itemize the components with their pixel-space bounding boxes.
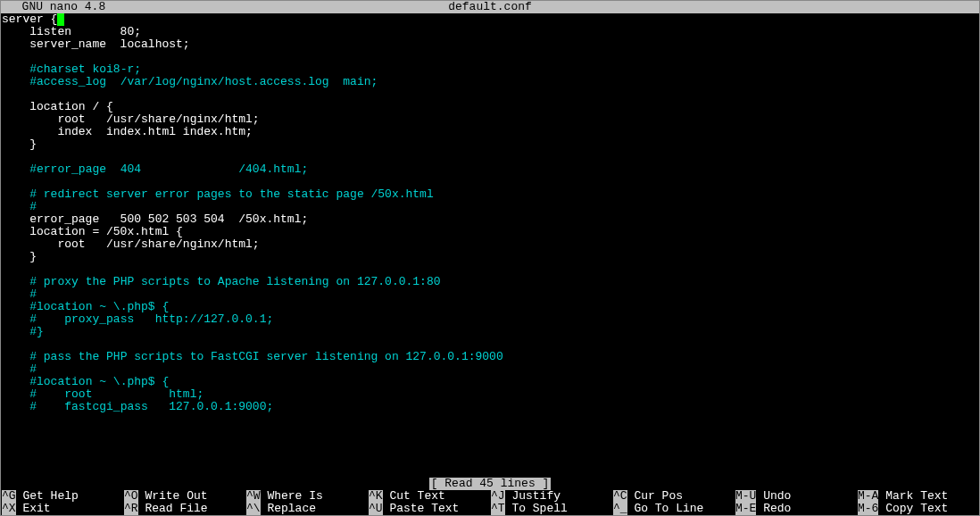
shortcut-key: M-6 bbox=[858, 503, 878, 515]
status-bar: [ Read 45 lines ] bbox=[1, 478, 979, 490]
shortcut-label: Cur Pos bbox=[627, 490, 683, 503]
shortcut-label: Mark Text bbox=[878, 490, 948, 503]
app-name: GNU nano 4.8 bbox=[8, 1, 105, 13]
shortcut-label: Where Is bbox=[261, 490, 323, 503]
shortcut-label: Replace bbox=[261, 503, 316, 515]
shortcut-bar: ^G Get Help^O Write Out^W Where Is^K Cut… bbox=[1, 490, 979, 515]
shortcut-label: Redo bbox=[756, 503, 791, 515]
shortcut-label: Go To Line bbox=[627, 503, 704, 515]
shortcut-key: ^W bbox=[246, 490, 261, 503]
shortcut-label: Copy Text bbox=[878, 503, 948, 515]
code-line: #location ~ \.php$ { bbox=[2, 376, 979, 388]
code-line: #location ~ \.php$ { bbox=[2, 301, 979, 313]
editor-content[interactable]: server { listen 80; server_name localhos… bbox=[1, 13, 979, 413]
code-line: index index.html index.htm; bbox=[2, 126, 979, 138]
file-name: default.conf bbox=[448, 1, 532, 13]
shortcut-key: ^K bbox=[369, 490, 383, 503]
shortcut-key: ^R bbox=[124, 503, 138, 515]
code-line bbox=[2, 51, 979, 63]
code-line: error_page 500 502 503 504 /50x.html; bbox=[2, 213, 979, 226]
code-line: # proxy_pass http://127.0.0.1; bbox=[2, 313, 979, 326]
shortcut-item: ^X Exit bbox=[2, 503, 124, 515]
shortcut-label: Cut Text bbox=[383, 490, 445, 503]
shortcut-item: ^C Cur Pos bbox=[613, 490, 735, 503]
code-line: root /usr/share/nginx/html; bbox=[2, 238, 979, 251]
shortcut-label: Exit bbox=[16, 503, 51, 515]
code-line: server_name localhost; bbox=[2, 38, 979, 51]
shortcut-label: Undo bbox=[756, 490, 791, 503]
code-line: # root html; bbox=[2, 388, 979, 401]
shortcut-key: ^X bbox=[2, 503, 16, 515]
code-line: location / { bbox=[2, 101, 979, 113]
code-line: # bbox=[2, 363, 979, 376]
shortcut-item: M-A Mark Text bbox=[858, 490, 980, 503]
shortcut-label: Read File bbox=[138, 503, 208, 515]
shortcut-item: ^G Get Help bbox=[2, 490, 124, 503]
shortcut-item: M-E Redo bbox=[735, 503, 858, 515]
titlebar: GNU nano 4.8 default.conf bbox=[1, 1, 979, 13]
shortcut-item: ^O Write Out bbox=[124, 490, 246, 503]
code-line: root /usr/share/nginx/html; bbox=[2, 113, 979, 126]
shortcut-item: ^J Justify bbox=[491, 490, 613, 503]
shortcut-label: Justify bbox=[505, 490, 561, 503]
code-line: # proxy the PHP scripts to Apache listen… bbox=[2, 276, 979, 288]
shortcut-key: M-U bbox=[735, 490, 756, 503]
code-line: # fastcgi_pass 127.0.0.1:9000; bbox=[2, 401, 979, 413]
code-line: location = /50x.html { bbox=[2, 226, 979, 238]
code-line: # redirect server error pages to the sta… bbox=[2, 188, 979, 201]
code-line bbox=[2, 263, 979, 276]
shortcut-key: ^\ bbox=[246, 503, 261, 515]
code-line: } bbox=[2, 138, 979, 151]
code-line bbox=[2, 88, 979, 101]
code-line bbox=[2, 338, 979, 351]
code-line: #charset koi8-r; bbox=[2, 63, 979, 76]
shortcut-key: ^O bbox=[124, 490, 138, 503]
shortcut-row-2: ^X Exit^R Read File^\ Replace^U Paste Te… bbox=[1, 503, 979, 515]
shortcut-item: ^_ Go To Line bbox=[613, 503, 735, 515]
shortcut-key: ^C bbox=[613, 490, 627, 503]
code-line: # bbox=[2, 288, 979, 301]
shortcut-item: M-U Undo bbox=[735, 490, 858, 503]
shortcut-label: To Spell bbox=[505, 503, 568, 515]
shortcut-item: ^R Read File bbox=[124, 503, 246, 515]
shortcut-item: ^\ Replace bbox=[246, 503, 369, 515]
code-line bbox=[2, 176, 979, 188]
text-cursor bbox=[57, 13, 64, 26]
status-message: [ Read 45 lines ] bbox=[429, 478, 552, 490]
code-line: } bbox=[2, 251, 979, 263]
shortcut-key: ^G bbox=[2, 490, 16, 503]
shortcut-item: M-6 Copy Text bbox=[858, 503, 980, 515]
shortcut-label: Get Help bbox=[16, 490, 79, 503]
shortcut-item: ^U Paste Text bbox=[369, 503, 491, 515]
shortcut-key: ^U bbox=[369, 503, 383, 515]
shortcut-item: ^K Cut Text bbox=[369, 490, 491, 503]
code-line: #error_page 404 /404.html; bbox=[2, 163, 979, 176]
code-line: #} bbox=[2, 326, 979, 338]
shortcut-key: ^_ bbox=[613, 503, 627, 515]
code-line: # bbox=[2, 201, 979, 213]
shortcut-item: ^T To Spell bbox=[491, 503, 613, 515]
code-line: server { bbox=[2, 13, 979, 26]
shortcut-row-1: ^G Get Help^O Write Out^W Where Is^K Cut… bbox=[1, 490, 979, 503]
code-line: listen 80; bbox=[2, 26, 979, 38]
shortcut-key: ^J bbox=[491, 490, 505, 503]
shortcut-key: ^T bbox=[491, 503, 505, 515]
shortcut-key: M-A bbox=[858, 490, 878, 503]
shortcut-key: M-E bbox=[735, 503, 756, 515]
shortcut-label: Paste Text bbox=[383, 503, 460, 515]
code-line bbox=[2, 151, 979, 163]
shortcut-label: Write Out bbox=[138, 490, 208, 503]
shortcut-item: ^W Where Is bbox=[246, 490, 369, 503]
code-line: #access_log /var/log/nginx/host.access.l… bbox=[2, 76, 979, 88]
code-line: # pass the PHP scripts to FastCGI server… bbox=[2, 351, 979, 363]
